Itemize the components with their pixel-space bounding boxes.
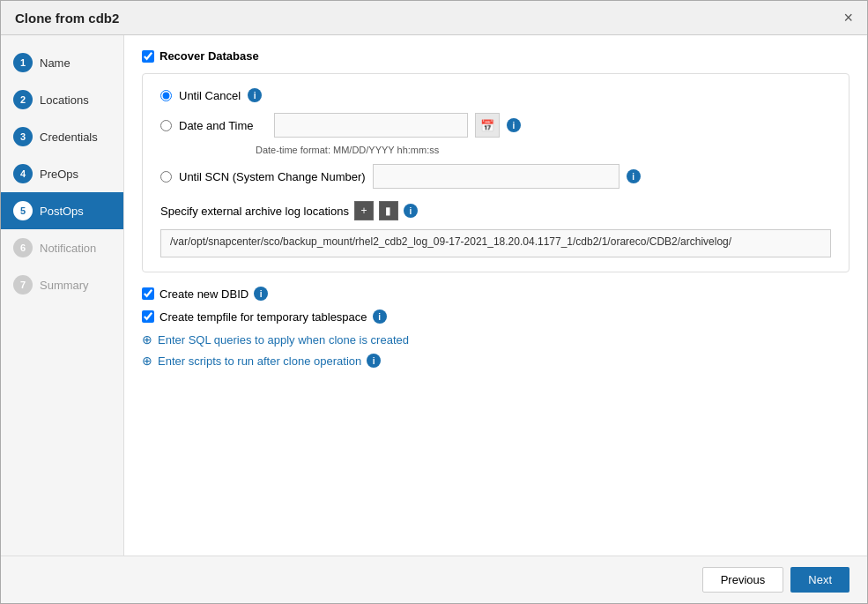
recovery-options-panel: Until Cancel i Date and Time 📅 i Date-ti… bbox=[142, 73, 849, 272]
create-tempfile-checkbox[interactable] bbox=[142, 310, 154, 323]
dialog-header: Clone from cdb2 × bbox=[1, 1, 867, 35]
archive-info-icon[interactable]: i bbox=[404, 204, 418, 218]
sql-queries-row: ⊕ Enter SQL queries to apply when clone … bbox=[142, 332, 849, 347]
date-time-input[interactable] bbox=[274, 113, 468, 138]
dialog-body: 1 Name 2 Locations 3 Credentials 4 PreOp… bbox=[1, 35, 867, 556]
calendar-button[interactable]: 📅 bbox=[475, 113, 500, 138]
date-time-label: Date and Time bbox=[179, 119, 267, 132]
dialog-title: Clone from cdb2 bbox=[15, 11, 119, 26]
step-circle-2: 2 bbox=[13, 90, 33, 109]
recover-db-checkbox[interactable] bbox=[142, 50, 154, 63]
sidebar-label-summary: Summary bbox=[40, 279, 89, 292]
sidebar-item-notification[interactable]: 6 Notification bbox=[1, 229, 123, 266]
sidebar-item-postops[interactable]: 5 PostOps bbox=[1, 192, 123, 229]
step-circle-6: 6 bbox=[13, 238, 33, 257]
until-cancel-label: Until Cancel bbox=[179, 89, 241, 102]
archive-path-display: /var/opt/snapcenter/sco/backup_mount/rhe… bbox=[160, 229, 831, 257]
create-tempfile-row: Create tempfile for temporary tablespace… bbox=[142, 309, 849, 324]
archive-remove-button[interactable]: ▮ bbox=[379, 201, 398, 220]
recover-db-row: Recover Database bbox=[142, 49, 849, 63]
create-dbid-label: Create new DBID bbox=[160, 287, 249, 301]
main-content: Recover Database Until Cancel i Date and… bbox=[124, 35, 867, 556]
sidebar-label-locations: Locations bbox=[40, 93, 89, 107]
close-button[interactable]: × bbox=[843, 10, 853, 26]
archive-log-label: Specify external archive log locations bbox=[160, 205, 349, 218]
sidebar-label-preops: PreOps bbox=[40, 168, 78, 181]
date-time-radio[interactable] bbox=[160, 120, 172, 131]
next-button[interactable]: Next bbox=[790, 567, 849, 593]
create-dbid-info-icon[interactable]: i bbox=[254, 287, 268, 301]
scripts-info-icon[interactable]: i bbox=[367, 354, 381, 368]
scn-input[interactable] bbox=[373, 164, 619, 189]
until-cancel-info-icon[interactable]: i bbox=[248, 88, 262, 102]
sidebar-item-locations[interactable]: 2 Locations bbox=[1, 81, 123, 118]
step-circle-3: 3 bbox=[13, 127, 33, 146]
date-time-row: Date and Time 📅 i bbox=[160, 113, 831, 138]
sidebar-label-credentials: Credentials bbox=[40, 130, 98, 144]
create-tempfile-info-icon[interactable]: i bbox=[373, 309, 387, 324]
sidebar-label-postops: PostOps bbox=[40, 205, 84, 218]
sidebar-item-preops[interactable]: 4 PreOps bbox=[1, 155, 123, 192]
step-circle-5: 5 bbox=[13, 201, 33, 220]
sidebar-label-name: Name bbox=[40, 56, 70, 70]
clone-dialog: Clone from cdb2 × 1 Name 2 Locations 3 C… bbox=[0, 0, 868, 604]
sidebar-item-summary[interactable]: 7 Summary bbox=[1, 266, 123, 303]
date-format-hint: Date-time format: MM/DD/YYYY hh:mm:ss bbox=[256, 145, 831, 155]
scripts-row: ⊕ Enter scripts to run after clone opera… bbox=[142, 354, 849, 368]
create-dbid-checkbox[interactable] bbox=[142, 287, 154, 300]
until-cancel-radio[interactable] bbox=[160, 90, 172, 101]
sql-queries-expand-icon: ⊕ bbox=[142, 332, 152, 347]
scripts-expand-icon: ⊕ bbox=[142, 354, 152, 368]
scn-info-icon[interactable]: i bbox=[627, 169, 641, 183]
create-dbid-row: Create new DBID i bbox=[142, 287, 849, 301]
until-scn-radio[interactable] bbox=[160, 171, 172, 183]
step-circle-4: 4 bbox=[13, 164, 33, 183]
sidebar-label-notification: Notification bbox=[40, 242, 96, 255]
date-time-info-icon[interactable]: i bbox=[507, 118, 521, 132]
step-circle-1: 1 bbox=[13, 53, 33, 72]
previous-button[interactable]: Previous bbox=[702, 567, 784, 593]
until-scn-label: Until SCN (System Change Number) bbox=[179, 170, 366, 183]
sidebar: 1 Name 2 Locations 3 Credentials 4 PreOp… bbox=[1, 35, 124, 556]
step-circle-7: 7 bbox=[13, 275, 33, 295]
recover-db-label: Recover Database bbox=[160, 49, 259, 63]
until-cancel-row: Until Cancel i bbox=[160, 88, 831, 102]
archive-add-button[interactable]: + bbox=[354, 201, 374, 220]
sql-queries-link[interactable]: Enter SQL queries to apply when clone is… bbox=[158, 333, 409, 347]
create-tempfile-label: Create tempfile for temporary tablespace bbox=[160, 310, 367, 324]
sidebar-item-credentials[interactable]: 3 Credentials bbox=[1, 118, 123, 155]
scn-row: Until SCN (System Change Number) i bbox=[160, 164, 831, 189]
dialog-footer: Previous Next bbox=[1, 556, 867, 603]
scripts-link[interactable]: Enter scripts to run after clone operati… bbox=[158, 354, 361, 368]
sidebar-item-name[interactable]: 1 Name bbox=[1, 44, 123, 81]
archive-log-row: Specify external archive log locations +… bbox=[160, 201, 831, 220]
